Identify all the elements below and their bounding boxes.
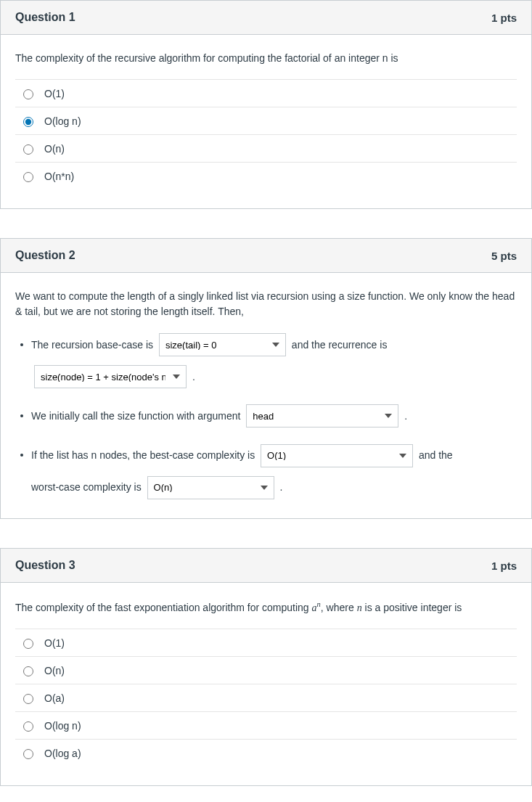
q2-select-recurrence[interactable]: size(node) = 1 + size(node's ne: [34, 365, 187, 388]
question-3-header: Question 3 1 pts: [1, 549, 531, 583]
q3-option-4[interactable]: O(log a): [15, 740, 517, 766]
q2-text-3b2: worst-case complexity is: [31, 481, 142, 493]
question-2-list: The recursion base-case is size(tail) = …: [15, 332, 517, 499]
question-1-header: Question 1 1 pts: [1, 1, 531, 35]
question-1-options: O(1) O(log n) O(n) O(n*n): [15, 79, 517, 189]
q3-radio-3[interactable]: [23, 721, 33, 732]
q2-select-worstcase[interactable]: O(n): [147, 476, 274, 499]
q3-radio-0[interactable]: [23, 639, 33, 649]
q1-radio-1[interactable]: [23, 117, 33, 127]
question-3-options: O(1) O(n) O(a) O(log n) O(log a): [15, 629, 517, 766]
q2-text-3a: If the list has n nodes, the best-case c…: [31, 449, 255, 461]
question-3-points: 1 pts: [491, 560, 517, 572]
q3-prompt-c: is a positive integer is: [362, 602, 462, 613]
q1-radio-2[interactable]: [23, 144, 33, 155]
question-2-points: 5 pts: [491, 250, 517, 262]
q3-math-n: n: [357, 602, 362, 613]
q1-label-2[interactable]: O(n): [44, 143, 65, 155]
q2-text-3b1: and the: [419, 449, 453, 461]
q3-radio-4[interactable]: [23, 749, 33, 759]
q3-math-a: a: [312, 602, 317, 613]
q1-option-1[interactable]: O(log n): [15, 107, 517, 135]
q3-label-2[interactable]: O(a): [44, 692, 65, 704]
question-1-prompt: The complexity of the recursive algorith…: [15, 51, 517, 66]
q2-item-1: The recursion base-case is size(tail) = …: [31, 332, 517, 389]
q3-option-3[interactable]: O(log n): [15, 712, 517, 740]
question-3-body: The complexity of the fast exponentiatio…: [1, 583, 531, 785]
q3-radio-1[interactable]: [23, 666, 33, 676]
question-3-prompt: The complexity of the fast exponentiatio…: [15, 599, 517, 615]
q2-select-bestcase[interactable]: O(1): [261, 444, 413, 467]
q3-option-1[interactable]: O(n): [15, 657, 517, 684]
q1-option-0[interactable]: O(1): [15, 80, 517, 107]
q3-label-0[interactable]: O(1): [44, 637, 65, 649]
question-2-title: Question 2: [15, 249, 75, 262]
q2-text-1a: The recursion base-case is: [31, 339, 153, 351]
q2-text-1c: .: [192, 371, 195, 382]
question-1-title: Question 1: [15, 11, 75, 24]
q2-item-2: We initially call the size function with…: [31, 404, 517, 428]
q2-text-1b: and the recurrence is: [292, 339, 388, 351]
q2-text-3c: .: [279, 481, 282, 493]
question-1-points: 1 pts: [491, 12, 517, 24]
q3-option-0[interactable]: O(1): [15, 629, 517, 657]
q3-label-3[interactable]: O(log n): [44, 720, 81, 732]
q2-item-3: If the list has n nodes, the best-case c…: [31, 443, 517, 499]
q3-label-4[interactable]: O(log a): [44, 748, 81, 759]
q1-radio-0[interactable]: [23, 89, 33, 99]
q1-label-3[interactable]: O(n*n): [44, 171, 74, 182]
q3-label-1[interactable]: O(n): [44, 665, 65, 676]
question-3-title: Question 3: [15, 559, 75, 572]
q1-option-3[interactable]: O(n*n): [15, 163, 517, 189]
q1-label-1[interactable]: O(log n): [44, 115, 81, 127]
question-2-header: Question 2 5 pts: [1, 239, 531, 273]
q2-text-2a: We initially call the size function with…: [31, 410, 240, 422]
q1-option-2[interactable]: O(n): [15, 135, 517, 163]
q1-radio-3[interactable]: [23, 172, 33, 182]
q3-option-2[interactable]: O(a): [15, 684, 517, 712]
q1-label-0[interactable]: O(1): [44, 88, 65, 99]
q2-select-initialarg[interactable]: head: [246, 404, 398, 427]
q3-radio-2[interactable]: [23, 694, 33, 704]
question-1-card: Question 1 1 pts The complexity of the r…: [0, 0, 532, 209]
question-2-prompt: We want to compute the length of a singl…: [15, 289, 517, 319]
question-3-card: Question 3 1 pts The complexity of the f…: [0, 548, 532, 786]
q3-prompt-a: The complexity of the fast exponentiatio…: [15, 602, 312, 613]
question-1-body: The complexity of the recursive algorith…: [1, 35, 531, 208]
q2-text-2b: .: [404, 410, 407, 422]
question-2-card: Question 2 5 pts We want to compute the …: [0, 238, 532, 519]
q3-prompt-b: , where: [321, 602, 357, 613]
q2-select-basecase[interactable]: size(tail) = 0: [159, 333, 286, 356]
question-2-body: We want to compute the length of a singl…: [1, 273, 531, 518]
